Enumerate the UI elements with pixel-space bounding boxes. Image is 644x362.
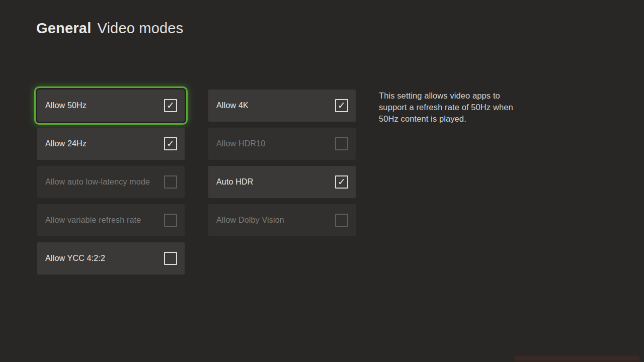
checkbox-row-label: Auto HDR [216,177,254,187]
checkbox: ✓ [335,99,348,112]
checkbox-row[interactable]: Allow 50Hz ✓ [37,89,185,122]
checkbox-row-label: Allow 24Hz [45,139,87,148]
checkmark-icon: ✓ [338,101,346,110]
checkbox-row: Allow auto low-latency mode [37,166,185,198]
checkbox-row-label: Allow auto low-latency mode [45,177,150,187]
checkbox-row-label: Allow YCC 4:2:2 [45,254,105,263]
checkbox-row[interactable]: Allow YCC 4:2:2 [37,242,185,275]
page-title-section: General [36,20,91,36]
checkbox-row-label: Allow 50Hz [45,101,87,110]
checkbox [164,175,177,189]
settings-screen: GeneralVideo modes Allow 50Hz ✓ Allow 24… [0,0,644,362]
checkbox-row-label: Allow 4K [216,101,249,110]
setting-description: This setting allows video apps to suppor… [379,90,528,125]
page-title: GeneralVideo modes [36,20,183,37]
checkmark-icon: ✓ [338,177,346,187]
checkbox [164,214,177,227]
checkbox-row-label: Allow HDR10 [216,139,265,148]
checkbox [335,214,348,227]
checkbox-row-label: Allow Dolby Vision [216,216,284,225]
checkbox [164,252,177,265]
checkbox-row[interactable]: Allow 4K ✓ [208,89,356,122]
checkbox-row[interactable]: Allow 24Hz ✓ [37,128,185,160]
checkbox-row: Allow variable refresh rate [37,204,185,236]
checkbox-row-label: Allow variable refresh rate [45,216,141,225]
checkbox: ✓ [164,99,177,112]
checkmark-icon: ✓ [167,101,175,110]
checkmark-icon: ✓ [167,139,175,148]
checkbox-row: Allow HDR10 [208,128,356,160]
checkbox-row: Allow Dolby Vision [208,204,356,236]
watermark [514,356,640,361]
checkbox [335,137,348,150]
settings-column-left: Allow 50Hz ✓ Allow 24Hz ✓ Allow auto low… [37,89,185,281]
settings-column-middle: Allow 4K ✓ Allow HDR10 Auto HDR ✓ Allow … [208,89,356,242]
page-title-sub: Video modes [97,20,183,36]
checkbox: ✓ [335,175,348,189]
checkbox: ✓ [164,137,177,150]
checkbox-row[interactable]: Auto HDR ✓ [208,166,356,198]
